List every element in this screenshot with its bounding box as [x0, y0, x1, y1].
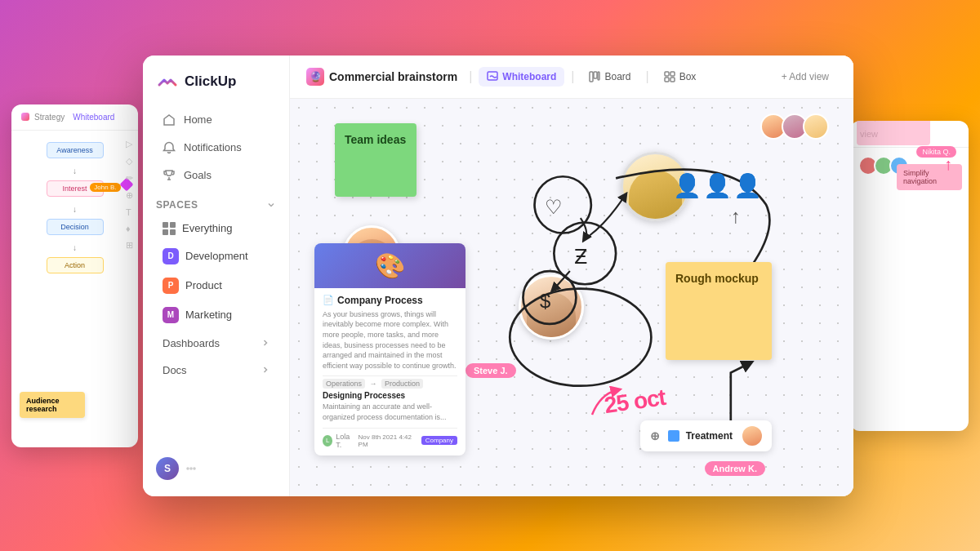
sticky-green-text: Team ideas	[345, 133, 406, 146]
author-avatar: L	[323, 435, 332, 447]
tab-sep-2: |	[571, 69, 574, 84]
board-icon	[589, 71, 600, 82]
tab-board-label: Board	[604, 71, 630, 82]
move-icon: ⊕	[650, 429, 660, 442]
tab-box-label: Box	[679, 71, 697, 82]
tab-board[interactable]: Board	[581, 67, 639, 87]
sticky-yellow-text: Rough mockup	[675, 272, 759, 285]
project-icon: 🔮	[306, 68, 324, 86]
doc-card-text: As your business grows, things will inev…	[323, 309, 457, 371]
flow-box-interest: Interest John B.	[47, 180, 104, 197]
tab-box[interactable]: Box	[656, 67, 705, 87]
doc-date: Nov 8th 2021 4:42 PM	[359, 433, 416, 448]
main-content: 🔮 Commercial brainstorm | Whiteboard |	[290, 56, 853, 496]
bg-panel-right: view Simplify navigation Nikita Q. ↖ ↑	[850, 121, 969, 431]
more-icon	[185, 463, 197, 474]
tool-icons: ▷ ◇ ✏ ⊕ T ♦ ⊞	[126, 139, 133, 251]
avatar-3	[803, 113, 829, 140]
steve-label: Steve J.	[466, 363, 516, 378]
treatment-card: ⊕ Treatment	[640, 420, 772, 451]
andrew-label: Andrew K.	[705, 461, 765, 476]
sticky-note-team-ideas: Team ideas	[335, 123, 416, 197]
flow-box-action: Action	[47, 257, 104, 273]
doc-card-image: 🎨	[314, 243, 466, 288]
collaborator-avatars	[760, 113, 829, 140]
tab-whiteboard-label: Whiteboard	[502, 71, 556, 82]
bg-right-content: Simplify navigation Nikita Q. ↖ ↑	[850, 148, 969, 190]
chevron-down-icon	[266, 200, 276, 210]
doc-card-subtitle-text: Maintaining an accurate and well-organiz…	[323, 402, 457, 422]
app-name: ClickUp	[185, 73, 236, 90]
topbar: 🔮 Commercial brainstorm | Whiteboard |	[290, 56, 853, 99]
box-icon	[664, 71, 675, 82]
flow-box-decision: Decision	[47, 219, 104, 235]
whiteboard-canvas[interactable]: Team ideas	[290, 99, 853, 496]
doc-card-title: 📄 Company Process	[323, 295, 457, 306]
user-avatar[interactable]: S	[156, 457, 179, 480]
sticky-note-rough-mockup: Rough mockup	[666, 262, 772, 360]
flow-box-awareness: Awareness	[47, 142, 104, 158]
date-arrow	[584, 386, 625, 419]
up-arrow: ↑	[731, 205, 741, 228]
add-view-label: + Add view	[782, 71, 829, 82]
section-docs[interactable]: Docs	[149, 358, 283, 383]
logo: ClickUp	[143, 70, 289, 106]
svg-rect-8	[670, 72, 675, 76]
treatment-label: Treatment	[686, 430, 733, 442]
bg-tab-whiteboard: Whiteboard	[73, 113, 114, 122]
space-product[interactable]: P Product	[149, 272, 283, 300]
nav-goals[interactable]: Goals	[149, 162, 283, 189]
tab-sep-3: |	[646, 69, 649, 84]
svg-rect-6	[598, 72, 599, 80]
home-icon	[163, 113, 176, 127]
chevron-right-icon	[261, 339, 270, 347]
svg-rect-5	[594, 72, 597, 78]
nav-goals-label: Goals	[184, 169, 212, 181]
space-development[interactable]: D Development	[149, 242, 283, 270]
svg-point-2	[194, 468, 195, 469]
nav-home-label: Home	[184, 113, 212, 126]
tab-sep-1: |	[469, 69, 472, 84]
doc-card-sections: Operations → Production	[323, 375, 457, 388]
space-everything-label: Everything	[182, 222, 232, 234]
app-window: ClickUp Home Notifications Goals Spac	[143, 56, 853, 496]
section-dashboards[interactable]: Dashboards	[149, 331, 283, 356]
svg-rect-4	[590, 72, 593, 82]
space-development-label: Development	[185, 250, 248, 262]
space-product-label: Product	[185, 279, 222, 291]
treatment-avatar	[742, 426, 762, 446]
doc-card-footer: L Lola T. Nov 8th 2021 4:42 PM Company	[323, 428, 457, 449]
svg-rect-9	[665, 78, 669, 82]
add-view-button[interactable]: + Add view	[773, 67, 837, 87]
svg-point-11	[535, 176, 591, 233]
space-marketing[interactable]: M Marketing	[149, 301, 283, 329]
sidebar-footer: S	[143, 449, 289, 488]
nav-notifications[interactable]: Notifications	[149, 135, 283, 161]
chevron-right-docs-icon	[261, 366, 270, 374]
sidebar: ClickUp Home Notifications Goals Spac	[143, 56, 290, 496]
company-tag: Company	[421, 436, 457, 445]
space-everything[interactable]: Everything	[149, 216, 283, 241]
audience-note: Audience research	[20, 392, 85, 418]
grid-everything-icon	[163, 222, 176, 235]
doc-card[interactable]: 🎨 📄 Company Process As your business gro…	[314, 243, 466, 455]
svg-point-0	[187, 468, 189, 469]
bg-tab-strategy: Strategy	[34, 113, 65, 122]
simplify-note: Simplify navigation	[897, 164, 962, 190]
whiteboard-icon	[487, 71, 498, 82]
treatment-icon	[668, 430, 679, 442]
arrow-up: ↑	[944, 155, 952, 174]
person-photo-woman	[519, 274, 584, 340]
tab-whiteboard[interactable]: Whiteboard	[479, 67, 564, 87]
nav-home[interactable]: Home	[149, 107, 283, 133]
doc-card-subtitle: Designing Processes	[323, 391, 457, 400]
pink-sticky	[857, 121, 930, 145]
clickup-logo-icon	[156, 70, 179, 93]
people-icons: 👤👤👤	[673, 172, 764, 199]
svg-text:Ƶ: Ƶ	[574, 246, 587, 268]
spaces-header: Spaces	[143, 189, 289, 216]
bg-panel-left: Strategy Whiteboard Awareness ↓ Interest…	[11, 104, 138, 447]
bg-panel-content: Awareness ↓ Interest John B. ↓ Decision …	[11, 131, 138, 442]
svg-text:♡: ♡	[545, 195, 563, 217]
space-marketing-label: Marketing	[185, 309, 232, 321]
